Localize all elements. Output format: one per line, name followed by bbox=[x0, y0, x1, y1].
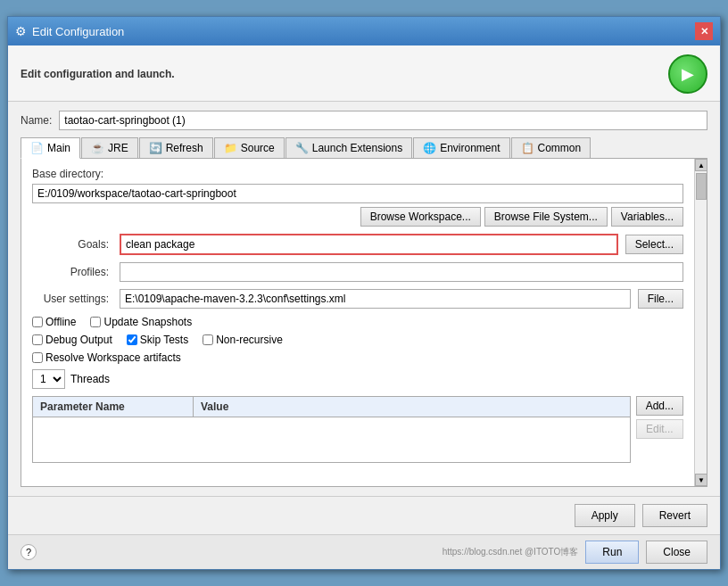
profiles-row: Profiles: bbox=[32, 262, 683, 282]
scroll-down-button[interactable]: ▼ bbox=[695, 474, 707, 486]
file-button[interactable]: File... bbox=[638, 289, 683, 309]
table-side-buttons: Add... Edit... bbox=[636, 396, 683, 439]
refresh-tab-label: Refresh bbox=[166, 142, 203, 154]
run-button-bottom[interactable]: Run bbox=[585, 541, 639, 564]
resolve-workspace-checkbox-item: Resolve Workspace artifacts bbox=[32, 351, 181, 364]
base-directory-input[interactable] bbox=[32, 184, 683, 203]
env-tab-icon: 🌐 bbox=[423, 142, 436, 154]
revert-button[interactable]: Revert bbox=[642, 504, 707, 527]
skip-tests-checkbox-item: Skip Tests bbox=[127, 334, 188, 346]
select-button[interactable]: Select... bbox=[625, 235, 683, 254]
update-snapshots-label: Update Snapshots bbox=[103, 316, 192, 328]
tab-environment[interactable]: 🌐 Environment bbox=[413, 137, 509, 158]
main-tab-label: Main bbox=[47, 142, 70, 154]
run-button[interactable]: ▶ bbox=[668, 54, 707, 94]
update-snapshots-checkbox[interactable] bbox=[90, 317, 101, 327]
skip-tests-checkbox[interactable] bbox=[127, 334, 137, 345]
close-icon[interactable]: ✕ bbox=[695, 22, 713, 40]
threads-row: 1 2 4 Threads bbox=[32, 369, 683, 389]
name-label: Name: bbox=[21, 114, 52, 127]
threads-label: Threads bbox=[70, 373, 110, 385]
launch-tab-label: Launch Extensions bbox=[312, 142, 402, 154]
offline-label: Offline bbox=[46, 316, 76, 328]
main-panel: Base directory: Browse Workspace... Brow… bbox=[21, 159, 707, 487]
debug-output-checkbox-item: Debug Output bbox=[32, 334, 112, 346]
goals-input[interactable] bbox=[120, 234, 618, 255]
checkboxes-row1: Offline Update Snapshots bbox=[32, 316, 683, 328]
profiles-label: Profiles: bbox=[32, 266, 112, 278]
tabs-bar: 📄 Main ☕ JRE 🔄 Refresh 📁 Source 🔧 Launch… bbox=[21, 137, 707, 159]
skip-tests-label: Skip Tests bbox=[140, 334, 188, 346]
jre-tab-icon: ☕ bbox=[91, 142, 104, 154]
scroll-track bbox=[695, 171, 707, 474]
update-snapshots-checkbox-item: Update Snapshots bbox=[90, 316, 192, 328]
tab-launch-extensions[interactable]: 🔧 Launch Extensions bbox=[285, 137, 412, 158]
param-name-header: Parameter Name bbox=[33, 397, 194, 417]
play-icon: ▶ bbox=[682, 64, 694, 84]
debug-output-label: Debug Output bbox=[46, 334, 112, 346]
help-icon[interactable]: ? bbox=[21, 544, 37, 560]
gear-icon: ⚙ bbox=[15, 24, 27, 38]
parameter-table-section: Parameter Name Value Add... Edit... bbox=[32, 396, 683, 470]
header-area: Edit configuration and launch. ▶ bbox=[8, 45, 720, 102]
scroll-up-button[interactable]: ▲ bbox=[695, 159, 707, 171]
browse-workspace-button[interactable]: Browse Workspace... bbox=[360, 207, 481, 227]
tab-refresh[interactable]: 🔄 Refresh bbox=[139, 137, 213, 158]
title-bar: ⚙ Edit Configuration ✕ bbox=[8, 17, 720, 45]
variables-button[interactable]: Variables... bbox=[611, 207, 683, 227]
scroll-thumb[interactable] bbox=[696, 173, 707, 200]
goals-row: Goals: Select... bbox=[32, 234, 683, 255]
param-value-header: Value bbox=[194, 397, 630, 417]
tab-common[interactable]: 📋 Common bbox=[511, 137, 592, 158]
header-subtitle: Edit configuration and launch. bbox=[21, 68, 175, 80]
env-tab-label: Environment bbox=[440, 142, 500, 154]
goals-label: Goals: bbox=[32, 238, 112, 251]
name-input[interactable] bbox=[59, 111, 707, 130]
resolve-workspace-checkbox[interactable] bbox=[32, 352, 43, 363]
table-body bbox=[33, 417, 630, 462]
parameter-table-wrapper: Parameter Name Value bbox=[32, 396, 631, 470]
source-tab-label: Source bbox=[241, 142, 275, 154]
parameter-table: Parameter Name Value bbox=[32, 396, 631, 463]
checkboxes-row3: Resolve Workspace artifacts bbox=[32, 351, 683, 364]
name-row: Name: bbox=[21, 111, 707, 130]
watermark: https://blog.csdn.net @ITOTO博客 bbox=[443, 546, 579, 558]
common-tab-icon: 📋 bbox=[521, 142, 534, 154]
non-recursive-checkbox[interactable] bbox=[203, 334, 213, 345]
edit-configuration-dialog: ⚙ Edit Configuration ✕ Edit configuratio… bbox=[7, 16, 721, 570]
close-button-bottom[interactable]: Close bbox=[646, 541, 707, 564]
user-settings-label: User settings: bbox=[32, 293, 112, 305]
main-tab-icon: 📄 bbox=[30, 142, 44, 154]
offline-checkbox[interactable] bbox=[32, 317, 43, 327]
jre-tab-label: JRE bbox=[108, 142, 128, 154]
footer-buttons: Apply Revert bbox=[8, 496, 720, 534]
bottom-bar: ? https://blog.csdn.net @ITOTO博客 Run Clo… bbox=[8, 534, 720, 569]
debug-output-checkbox[interactable] bbox=[32, 334, 43, 345]
common-tab-label: Common bbox=[538, 142, 582, 154]
content-area: Name: 📄 Main ☕ JRE 🔄 Refresh 📁 Source � bbox=[8, 102, 720, 496]
scrollbar[interactable]: ▲ ▼ bbox=[694, 159, 707, 486]
tab-jre[interactable]: ☕ JRE bbox=[81, 137, 138, 158]
add-button[interactable]: Add... bbox=[636, 396, 683, 416]
launch-tab-icon: 🔧 bbox=[295, 142, 309, 154]
base-directory-label: Base directory: bbox=[32, 168, 683, 180]
source-tab-icon: 📁 bbox=[224, 142, 237, 154]
tab-main[interactable]: 📄 Main bbox=[21, 137, 80, 159]
threads-select[interactable]: 1 2 4 bbox=[32, 369, 65, 389]
resolve-workspace-label: Resolve Workspace artifacts bbox=[46, 351, 181, 364]
apply-button[interactable]: Apply bbox=[575, 504, 635, 527]
profiles-input[interactable] bbox=[120, 262, 683, 282]
user-settings-input[interactable] bbox=[120, 289, 631, 309]
refresh-tab-icon: 🔄 bbox=[149, 142, 162, 154]
edit-button: Edit... bbox=[636, 419, 683, 439]
non-recursive-checkbox-item: Non-recursive bbox=[203, 334, 283, 346]
non-recursive-label: Non-recursive bbox=[216, 334, 283, 346]
browse-filesystem-button[interactable]: Browse File System... bbox=[484, 207, 608, 227]
checkboxes-row2: Debug Output Skip Tests Non-recursive bbox=[32, 334, 683, 346]
dialog-title: Edit Configuration bbox=[32, 25, 124, 38]
tab-source[interactable]: 📁 Source bbox=[214, 137, 285, 158]
base-directory-section: Base directory: Browse Workspace... Brow… bbox=[32, 168, 683, 227]
offline-checkbox-item: Offline bbox=[32, 316, 76, 328]
table-header: Parameter Name Value bbox=[33, 397, 630, 417]
user-settings-row: User settings: File... bbox=[32, 289, 683, 309]
